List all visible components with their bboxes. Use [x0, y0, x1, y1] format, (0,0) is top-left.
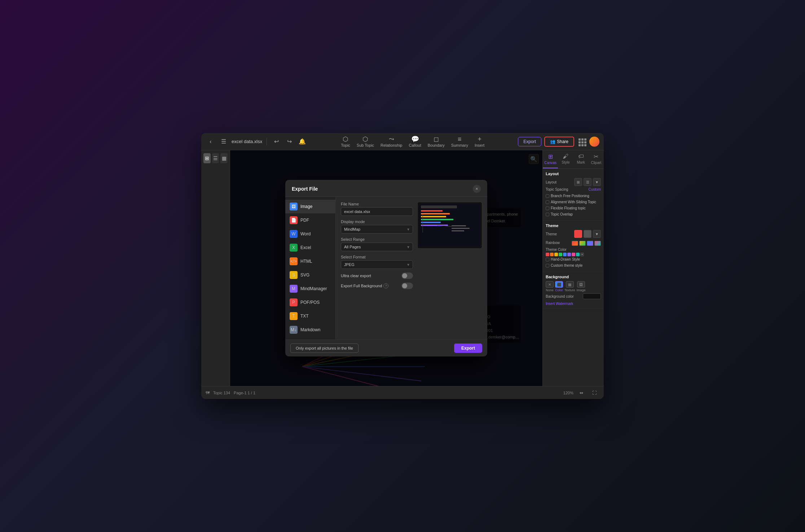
- format-word[interactable]: W Word: [285, 227, 335, 241]
- back-button[interactable]: ‹: [206, 137, 216, 147]
- rainbow-3[interactable]: [587, 241, 593, 246]
- format-pdf[interactable]: 📄 PDF: [285, 213, 335, 227]
- svg-rect-10: [421, 216, 446, 217]
- layout-chevron[interactable]: ▼: [593, 178, 601, 186]
- display-mode-select[interactable]: MindMap: [341, 225, 413, 234]
- redo-button[interactable]: ↪: [284, 137, 294, 147]
- view-list-btn[interactable]: ☰: [212, 153, 219, 163]
- modal-title: Export File: [292, 186, 318, 192]
- rainbow-2[interactable]: [579, 241, 586, 246]
- menu-button[interactable]: ☰: [219, 137, 229, 147]
- modal-close-button[interactable]: ×: [473, 185, 481, 193]
- tc-1[interactable]: [546, 253, 549, 256]
- only-pictures-button[interactable]: Only export all pictures in the file: [290, 343, 358, 353]
- overlap-label: Topic Overlap: [551, 212, 573, 216]
- grid-view-button[interactable]: [577, 137, 586, 146]
- rainbow-4[interactable]: [594, 241, 601, 246]
- tc-5[interactable]: [563, 253, 567, 256]
- view-slide-btn[interactable]: ▦: [220, 153, 228, 163]
- ultra-clear-toggle[interactable]: [401, 272, 413, 279]
- alignment-checkbox: [546, 200, 549, 204]
- canvas-tab-icon: ⊞: [548, 153, 553, 160]
- flexible-option[interactable]: Flexible Floating topic: [546, 205, 601, 211]
- format-markdown[interactable]: M↓ Markdown: [285, 323, 335, 337]
- save-button[interactable]: 🔔: [297, 137, 307, 147]
- toolbar-relationship[interactable]: ⤳ Relationship: [380, 136, 402, 147]
- tab-canvas[interactable]: ⊞ Canvas: [543, 150, 558, 168]
- tab-style[interactable]: 🖌 Style: [558, 150, 573, 168]
- layout-row: Layout ⊞ ☰ ▼: [546, 178, 601, 186]
- avatar[interactable]: [589, 137, 599, 147]
- tab-clipart[interactable]: ✂ Clipart: [589, 150, 604, 168]
- layout-btn-2[interactable]: ☰: [584, 178, 591, 186]
- bg-color-btn[interactable]: ⬛ Color: [555, 281, 563, 292]
- format-md-label: Markdown: [300, 327, 320, 332]
- format-pof[interactable]: P POF/POS: [285, 296, 335, 309]
- overlap-checkbox: [546, 213, 549, 216]
- toolbar-summary[interactable]: ≡ Summary: [451, 136, 468, 147]
- svg-rect-16: [452, 230, 464, 231]
- tc-4[interactable]: [559, 253, 562, 256]
- file-name: excel data.xlsx: [232, 139, 262, 144]
- format-excel[interactable]: X Excel: [285, 241, 335, 254]
- undo-button[interactable]: ↩: [271, 137, 281, 147]
- custom-theme-option[interactable]: Custom theme style: [546, 262, 601, 269]
- format-txt[interactable]: T TXT: [285, 309, 335, 323]
- fit-width-btn[interactable]: ⇔: [576, 388, 586, 398]
- theme-chevron[interactable]: ▼: [593, 230, 601, 238]
- collapse-sidebar-btn[interactable]: ‹: [542, 261, 543, 275]
- bg-image-btn[interactable]: 🖼 Image: [577, 281, 586, 292]
- custom-btn[interactable]: Custom: [589, 187, 601, 191]
- format-image[interactable]: 🖼 Image: [285, 200, 335, 213]
- bg-color-swatch[interactable]: [583, 293, 601, 299]
- bg-texture-btn[interactable]: ▦ Texture: [564, 281, 575, 292]
- bg-color-label: Color: [555, 288, 563, 292]
- rainbow-1[interactable]: [572, 241, 578, 246]
- branch-free-option[interactable]: Branch Free Positioning: [546, 193, 601, 199]
- export-button[interactable]: Export: [518, 137, 541, 146]
- tc-3[interactable]: [554, 253, 558, 256]
- select-format-select[interactable]: JPEG: [341, 260, 413, 269]
- fullscreen-btn[interactable]: ⛶: [589, 388, 599, 398]
- boundary-label: Boundary: [428, 143, 445, 147]
- format-html[interactable]: </> HTML: [285, 254, 335, 268]
- toolbar-boundary[interactable]: ◻ Boundary: [428, 136, 445, 147]
- tab-mark[interactable]: 🏷 Mark: [573, 150, 589, 168]
- file-name-input[interactable]: [341, 207, 413, 216]
- tc-6[interactable]: [567, 253, 571, 256]
- watermark-button[interactable]: Insert Watermark: [546, 302, 573, 306]
- toolbar-topic[interactable]: ⬡ Topic: [341, 136, 350, 147]
- tc-chevron[interactable]: ▼: [580, 253, 584, 256]
- tc-7[interactable]: [572, 253, 575, 256]
- view-mindmap-btn[interactable]: ⊞: [203, 153, 211, 163]
- bg-type-row: ✕ None ⬛ Color ▦ Texture 🖼 Image: [546, 281, 601, 292]
- export-modal-button[interactable]: Export: [454, 343, 482, 353]
- ultra-clear-row: Ultra clear export: [341, 272, 413, 279]
- tc-2[interactable]: [550, 253, 554, 256]
- share-button[interactable]: 👥 Share: [544, 137, 574, 147]
- alignment-label: Alignment With Sibling Topic: [551, 200, 596, 204]
- format-mindmanager[interactable]: M MindManager: [285, 282, 335, 296]
- format-txt-label: TXT: [300, 314, 309, 319]
- alignment-option[interactable]: Alignment With Sibling Topic: [546, 199, 601, 205]
- select-range-select[interactable]: All Pages: [341, 243, 413, 251]
- hand-drawn-option[interactable]: Hand-Drawn Style: [546, 256, 601, 262]
- toolbar-insert[interactable]: + Insert: [475, 136, 485, 147]
- modal-form: File Name Display mode MindMap: [341, 202, 413, 334]
- export-full-bg-toggle[interactable]: [401, 283, 413, 289]
- theme-swatch-2[interactable]: [584, 230, 591, 238]
- theme-swatch-1[interactable]: [574, 230, 582, 238]
- layout-btn-1[interactable]: ⊞: [574, 178, 582, 186]
- bg-none-btn[interactable]: ✕ None: [546, 281, 554, 292]
- theme-color-group: Theme Color ▼: [546, 247, 601, 256]
- flexible-checkbox: [546, 207, 549, 210]
- format-svg[interactable]: S SVG: [285, 268, 335, 282]
- topic-spacing-label: Topic Spacing: [546, 187, 568, 191]
- bg-color-icon: ⬛: [555, 281, 563, 288]
- canvas-area[interactable]: departments, phone hael Demker. CEO Repo…: [230, 150, 542, 386]
- image-icon: 🖼: [290, 203, 298, 210]
- tc-8[interactable]: [576, 253, 580, 256]
- overlap-option[interactable]: Topic Overlap: [546, 211, 601, 217]
- toolbar-callout[interactable]: 💬 Callout: [409, 136, 421, 147]
- toolbar-subtopic[interactable]: ⬡ Sub Topic: [357, 136, 374, 147]
